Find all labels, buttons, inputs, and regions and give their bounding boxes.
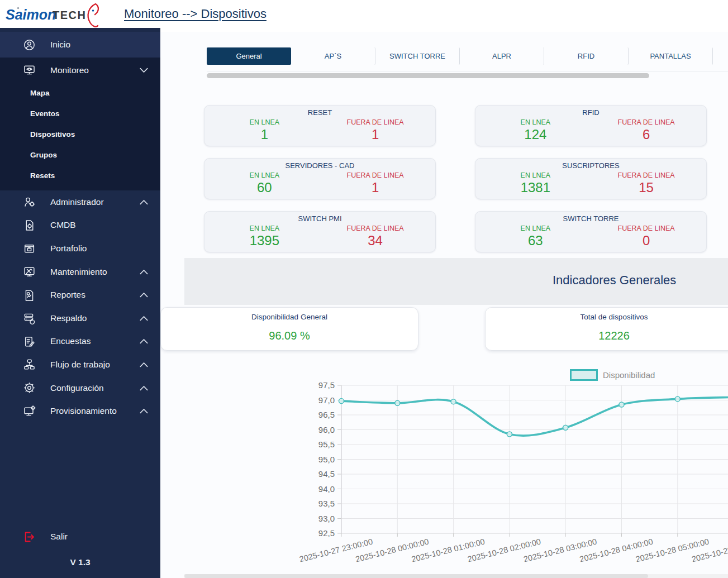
tab-switch-torre[interactable]: SWITCH TORRE — [375, 47, 460, 65]
tab-label: General — [236, 52, 261, 60]
summary-card-value: 12226 — [486, 329, 728, 342]
data-point-marker — [395, 400, 400, 405]
chevron-up-icon — [140, 338, 148, 344]
scrollbar-thumb[interactable] — [184, 574, 648, 578]
sidebar-subitem-eventos[interactable]: Eventos — [0, 103, 160, 124]
chevron-up-icon — [140, 362, 148, 367]
sidebar-item-administrador[interactable]: Administrador — [0, 190, 160, 214]
sidebar-item-label: Provisionamiento — [50, 406, 117, 416]
sidebar-item-label: Inicio — [50, 40, 70, 50]
chevron-up-icon — [140, 199, 148, 205]
workflow-icon — [22, 358, 36, 371]
sidebar-item-label: Reportes — [50, 290, 85, 300]
offline-value: 1 — [329, 180, 421, 195]
chart-svg: 97,597,096,596,095,595,094,594,093,593,0… — [160, 364, 728, 578]
logo-swoosh-icon — [88, 4, 98, 27]
online-value: 124 — [489, 127, 582, 142]
axis-label: 92,5 — [318, 528, 335, 538]
logout-label: Salir — [50, 532, 68, 542]
status-card-title: RFID — [475, 108, 706, 117]
data-point-marker — [619, 402, 624, 407]
sidebar-item-monitoreo[interactable]: Monitoreo — [0, 58, 160, 83]
sidebar-item-inicio[interactable]: Inicio — [0, 32, 160, 58]
tabs-horizontal-scrollbar[interactable] — [207, 73, 649, 78]
axis-label: 95,0 — [318, 455, 335, 464]
chevron-up-icon — [140, 269, 148, 275]
sidebar-item-cmdb[interactable]: CMDB — [0, 214, 160, 237]
sidebar-item-mantenimiento[interactable]: Mantenimiento — [0, 260, 160, 284]
sidebar-subitem-label: Eventos — [30, 109, 60, 118]
summary-card-value: 96.09 % — [161, 329, 418, 342]
sidebar-subitem-label: Resets — [30, 171, 55, 180]
offline-label: FUERA DE LINEA — [329, 171, 421, 179]
sidebar-subitem-grupos[interactable]: Grupos — [0, 145, 160, 165]
tab-label: AP´S — [325, 52, 341, 60]
sidebar-item-label: Encuestas — [50, 336, 91, 346]
content-horizontal-scrollbar[interactable] — [184, 574, 728, 578]
axis-label: 93,5 — [318, 499, 335, 508]
brand-primary-text: Saimon — [6, 7, 56, 22]
sidebar-subitem-mapa[interactable]: Mapa — [0, 83, 160, 103]
offline-label: FUERA DE LINEA — [329, 118, 421, 126]
offline-value: 34 — [329, 233, 421, 249]
sidebar-item-label: Flujo de trabajo — [50, 360, 110, 370]
sidebar-item-respaldo[interactable]: Respaldo — [0, 307, 160, 330]
sidebar-item-label: Monitoreo — [50, 65, 89, 75]
sidebar-item-label: Configuración — [50, 383, 104, 393]
offline-label: FUERA DE LINEA — [600, 224, 692, 232]
breadcrumb: Monitoreo --> Dispositivos — [124, 7, 267, 21]
status-card-switch-torre: SWITCH TORREEN LNEA63FUERA DE LINEA0 — [475, 211, 707, 252]
sidebar-item-label: Mantenimiento — [50, 267, 107, 277]
monitor-icon — [22, 64, 36, 77]
availability-summary-card: Disponibilidad General 96.09 % — [160, 307, 418, 351]
sidebar-item-label: Respaldo — [50, 313, 87, 323]
data-point-marker — [339, 399, 344, 404]
axis-label: 97,0 — [318, 395, 335, 405]
data-point-marker — [507, 432, 512, 437]
sidebar-subitem-resets[interactable]: Resets — [0, 165, 160, 186]
sidebar-item-configuraci-n[interactable]: Configuración — [0, 376, 160, 400]
admin-icon — [22, 195, 36, 208]
offline-value: 6 — [600, 127, 692, 142]
tab-alpr[interactable]: ALPR — [460, 47, 544, 65]
data-point-marker — [675, 397, 680, 402]
online-value: 60 — [218, 180, 311, 195]
sidebar-subitem-label: Grupos — [30, 151, 57, 159]
provisioning-icon — [22, 405, 36, 418]
axis-label: 96,0 — [318, 425, 335, 434]
summary-card-title: Total de dispositivos — [486, 313, 728, 321]
indicators-band: Indicadores Generales — [184, 258, 728, 305]
sidebar-item-label: Administrador — [50, 197, 104, 207]
sidebar-group-monitoreo: MonitoreoMapaEventosDispositivosGruposRe… — [0, 58, 160, 190]
sidebar-subitem-dispositivos[interactable]: Dispositivos — [0, 124, 160, 145]
tab-rfid[interactable]: RFID — [544, 47, 629, 65]
sidebar-item-provisionamiento[interactable]: Provisionamiento — [0, 399, 160, 423]
reports-icon — [22, 289, 36, 302]
settings-icon — [22, 381, 36, 394]
sidebar-item-label: Portafolio — [50, 243, 87, 254]
user-icon — [22, 39, 36, 51]
section-title: Indicadores Generales — [553, 273, 676, 288]
logout-icon — [22, 531, 36, 543]
status-card-suscriptores: SUSCRIPTORESEN LNEA1381FUERA DE LINEA15 — [475, 158, 707, 199]
sidebar-item-flujo-de-trabajo[interactable]: Flujo de trabajo — [0, 353, 160, 376]
offline-label: FUERA DE LINEA — [329, 224, 421, 232]
status-card-reset: RESETEN LNEA1FUERA DE LINEA1 — [204, 105, 436, 146]
sidebar-item-encuestas[interactable]: Encuestas — [0, 330, 160, 354]
chevron-up-icon — [140, 292, 148, 298]
offline-value: 1 — [329, 127, 421, 142]
sidebar-item-logout[interactable]: Salir — [0, 524, 160, 550]
tab-ap-s[interactable]: AP´S — [291, 47, 375, 65]
tab-pantallas[interactable]: PANTALLAS — [629, 47, 713, 65]
status-card-title: RESET — [204, 108, 435, 117]
sidebar-item-portafolio[interactable]: Portafolio — [0, 237, 160, 260]
chevron-up-icon — [140, 408, 148, 414]
maintenance-icon — [22, 265, 36, 278]
tab-label: PANTALLAS — [650, 52, 691, 60]
device-tabs: GeneralAP´SSWITCH TORREALPRRFIDPANTALLAS — [207, 47, 713, 65]
sidebar-item-reportes[interactable]: Reportes — [0, 283, 160, 307]
tab-label: RFID — [578, 52, 594, 60]
tab-general[interactable]: General — [207, 47, 291, 65]
data-point-marker — [451, 399, 456, 404]
status-card-rfid: RFIDEN LNEA124FUERA DE LINEA6 — [475, 105, 707, 146]
